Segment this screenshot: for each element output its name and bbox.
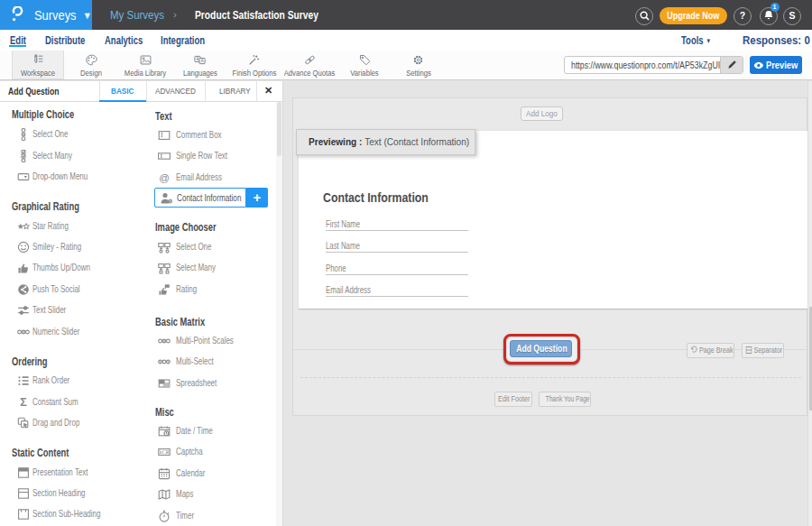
svg-text:Σ: Σ (20, 396, 27, 409)
svg-text:kCR: kCR (160, 450, 170, 456)
svg-text:@: @ (159, 172, 170, 183)
svg-text:ã: ã (197, 57, 199, 61)
